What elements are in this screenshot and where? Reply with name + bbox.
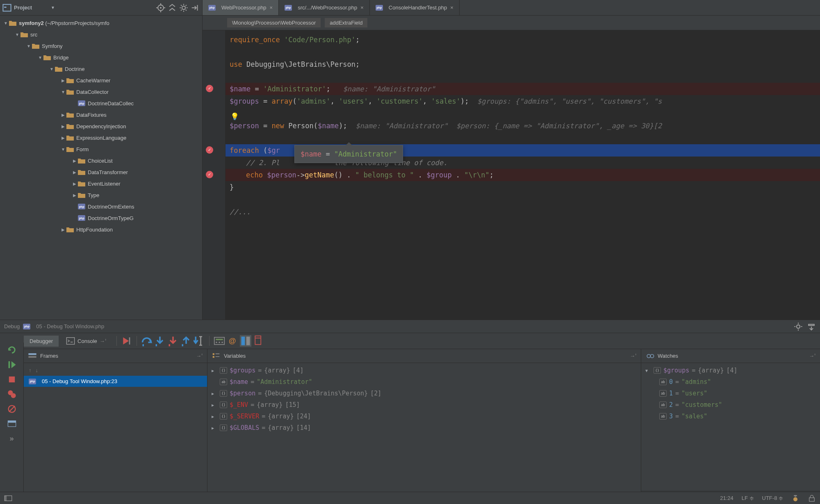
expand-arrow-icon[interactable]: [71, 182, 78, 186]
expand-arrow-icon[interactable]: [212, 403, 217, 407]
collapse-all-icon[interactable]: [168, 3, 177, 12]
evaluate-expression-icon[interactable]: [214, 335, 225, 347]
lock-icon[interactable]: [808, 494, 816, 502]
tree-item[interactable]: CacheWarmer: [0, 75, 202, 86]
watch-row[interactable]: {} $groups = {array} [4]: [641, 365, 820, 376]
watch-item[interactable]: ab0 = "admins": [641, 376, 820, 388]
code-line[interactable]: [226, 107, 820, 120]
frame-down-icon[interactable]: ↓: [36, 367, 39, 373]
tree-item[interactable]: DataFixtures: [0, 109, 202, 120]
tree-item[interactable]: Doctrine: [0, 63, 202, 75]
code-line[interactable]: use Debugging\JetBrains\Person;: [226, 58, 820, 70]
expand-arrow-icon[interactable]: [25, 44, 32, 48]
console-tab[interactable]: Console →ˈ: [60, 334, 112, 348]
caret-position[interactable]: 21:24: [720, 495, 733, 501]
editor-tab[interactable]: phpWebProcessor.php×: [203, 0, 279, 15]
hide-panel-icon[interactable]: [807, 322, 816, 331]
code-line[interactable]: //...: [226, 206, 820, 218]
file-encoding[interactable]: UTF-8 ≑: [762, 495, 783, 501]
tree-item[interactable]: phpDoctrineOrmTypeG: [0, 212, 202, 224]
breakpoint-icon[interactable]: [206, 85, 213, 92]
gear-icon[interactable]: [179, 3, 188, 12]
code-line[interactable]: [226, 46, 820, 58]
watch-item[interactable]: ab1 = "users": [641, 388, 820, 399]
hide-icon[interactable]: [191, 3, 200, 12]
close-icon[interactable]: ×: [360, 5, 364, 11]
expand-arrow-icon[interactable]: [60, 136, 66, 140]
tree-item[interactable]: EventListener: [0, 178, 202, 189]
at-icon[interactable]: @: [227, 335, 238, 347]
expand-arrow-icon[interactable]: [212, 368, 217, 373]
inspections-icon[interactable]: [791, 494, 800, 502]
breakpoint-icon[interactable]: [206, 171, 213, 178]
step-out-icon[interactable]: [180, 335, 192, 347]
code-line[interactable]: require_once 'Code/Person.php';: [226, 34, 820, 46]
expand-arrow-icon[interactable]: [645, 368, 651, 373]
view-breakpoints-icon[interactable]: [7, 389, 17, 399]
breadcrumb-item[interactable]: addExtraField: [325, 18, 367, 27]
expand-arrow-icon[interactable]: [71, 170, 78, 175]
tree-item[interactable]: HttpFoundation: [0, 224, 202, 235]
code-line[interactable]: [226, 70, 820, 83]
rerun-icon[interactable]: [7, 345, 17, 355]
expand-arrow-icon[interactable]: [60, 227, 66, 232]
close-icon[interactable]: ×: [270, 5, 273, 11]
code-line[interactable]: }: [226, 181, 820, 193]
expand-arrow-icon[interactable]: [71, 193, 78, 198]
variable-row[interactable]: {}$_SERVER = {array} [24]: [207, 411, 641, 422]
close-icon[interactable]: ×: [450, 5, 453, 11]
debugger-tab[interactable]: Debugger: [24, 336, 59, 347]
tree-item[interactable]: ExpressionLanguage: [0, 132, 202, 143]
variable-row[interactable]: {}$GLOBALS = {array} [14]: [207, 422, 641, 434]
frame-up-icon[interactable]: ↑: [29, 367, 32, 373]
code-line[interactable]: echo $person->getName() . " belongs to "…: [226, 169, 820, 181]
show-execution-point-icon[interactable]: [121, 335, 132, 347]
variable-row[interactable]: {}$groups = {array} [4]: [207, 365, 641, 376]
project-view-selector[interactable]: Project ▼: [2, 3, 55, 12]
gutter[interactable]: [203, 30, 226, 320]
tree-item[interactable]: ChoiceList: [0, 155, 202, 166]
watch-item[interactable]: ab3 = "sales": [641, 411, 820, 422]
expand-arrow-icon[interactable]: [212, 426, 217, 430]
resume-icon[interactable]: [7, 360, 17, 370]
tree-item[interactable]: Bridge: [0, 52, 202, 63]
expand-arrow-icon[interactable]: [71, 159, 78, 163]
tool-windows-icon[interactable]: [4, 494, 12, 502]
expand-arrow-icon[interactable]: [60, 90, 66, 94]
tree-root[interactable]: symfony2 (~/PhpstormProjects/symfo: [0, 17, 202, 29]
expand-arrow-icon[interactable]: [37, 55, 43, 60]
tree-item[interactable]: Type: [0, 189, 202, 201]
watch-item[interactable]: ab2 = "customers": [641, 399, 820, 411]
editor-tab[interactable]: phpsrc/.../WebProcessor.php×: [279, 0, 370, 15]
expand-arrow-icon[interactable]: [60, 124, 66, 129]
expand-arrow-icon[interactable]: [60, 78, 66, 83]
variable-row[interactable]: ab$name = "Administrator": [207, 376, 641, 388]
breakpoint-icon[interactable]: [206, 146, 213, 154]
step-into-icon[interactable]: [154, 335, 166, 347]
tree-item[interactable]: Symfony: [0, 40, 202, 52]
code-line[interactable]: [226, 132, 820, 144]
expand-arrow-icon[interactable]: [212, 414, 217, 419]
pin-icon[interactable]: [253, 335, 264, 347]
expand-arrow-icon[interactable]: [212, 391, 217, 396]
variable-row[interactable]: {}$person = {Debugging\JetBrains\Person}…: [207, 388, 641, 399]
layout-icon[interactable]: [7, 419, 17, 429]
tree-item[interactable]: DataTransformer: [0, 166, 202, 178]
variable-row[interactable]: {}$_ENV = {array} [15]: [207, 399, 641, 411]
project-tree[interactable]: symfony2 (~/PhpstormProjects/symfo srcSy…: [0, 16, 202, 320]
line-separator[interactable]: LF ≑: [742, 495, 754, 501]
locate-icon[interactable]: [156, 3, 165, 12]
tree-item[interactable]: Form: [0, 143, 202, 155]
code-editor[interactable]: 💡 require_once 'Code/Person.php'; use De…: [203, 30, 820, 320]
expand-arrow-icon[interactable]: [60, 113, 66, 117]
tree-item[interactable]: phpDoctrineOrmExtens: [0, 201, 202, 212]
force-step-into-icon[interactable]: [167, 335, 179, 347]
settings-icon[interactable]: [240, 335, 251, 347]
tree-item[interactable]: DataCollector: [0, 86, 202, 98]
expand-arrow-icon[interactable]: [2, 21, 9, 25]
gear-icon[interactable]: [794, 322, 803, 331]
code-line[interactable]: [226, 193, 820, 206]
tree-item[interactable]: src: [0, 29, 202, 40]
expand-arrow-icon[interactable]: [48, 67, 55, 71]
expand-arrow-icon[interactable]: [60, 147, 66, 152]
